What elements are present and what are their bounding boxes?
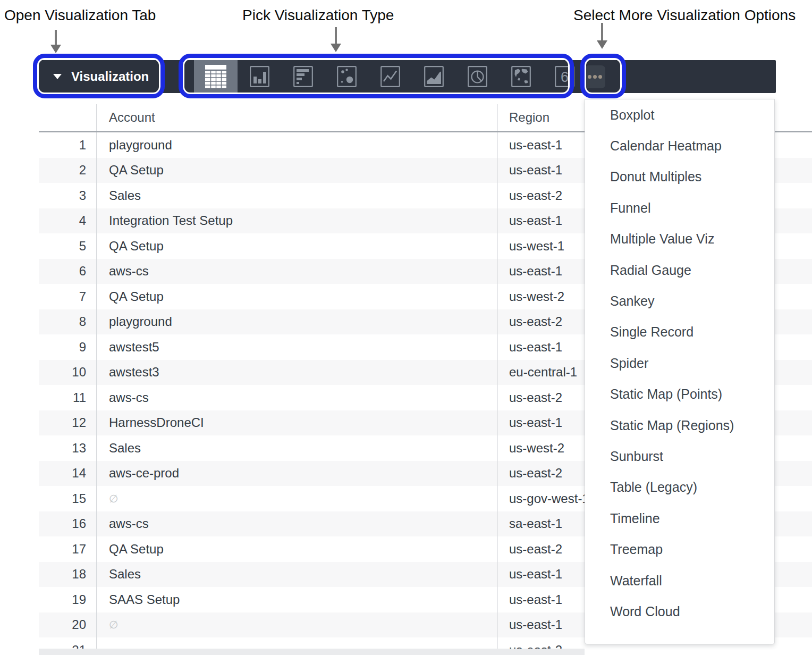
account-cell[interactable]: awstest3	[97, 360, 498, 385]
svg-text:6: 6	[560, 69, 568, 85]
row-number-column-header	[39, 104, 97, 131]
menu-item-waterfall[interactable]: Waterfall	[585, 565, 774, 596]
row-number-cell: 11	[39, 385, 97, 410]
single-value-viz-icon[interactable]: 6	[543, 60, 586, 93]
menu-item-timeline[interactable]: Timeline	[585, 503, 774, 534]
account-cell[interactable]: playground	[97, 309, 498, 335]
account-cell[interactable]: Sales	[97, 435, 498, 461]
row-number-cell: 9	[39, 334, 97, 360]
row-number-cell: 3	[39, 183, 97, 208]
line-chart-viz-icon[interactable]	[368, 60, 412, 93]
account-cell[interactable]: Sales	[97, 183, 498, 208]
null-value-icon: ∅	[109, 492, 118, 505]
row-number-cell: 13	[39, 435, 97, 461]
pie-chart-viz-icon[interactable]	[455, 60, 499, 93]
row-number-cell: 4	[39, 208, 97, 234]
table-viz-icon[interactable]	[194, 60, 238, 93]
map-viz-icon[interactable]	[499, 60, 543, 93]
column-header-account[interactable]: Account	[97, 104, 498, 131]
menu-item-word-cloud[interactable]: Word Cloud	[585, 596, 774, 627]
account-cell[interactable]: aws-cs	[97, 511, 498, 537]
visualization-toolbar: Visualization 6	[38, 60, 776, 93]
row-number-cell: 20	[39, 612, 97, 638]
ellipsis-icon	[588, 75, 591, 79]
annotation-pick-viz-type: Pick Visualization Type	[242, 7, 394, 24]
null-value-icon: ∅	[109, 618, 118, 631]
account-cell[interactable]: HarnessDroneCI	[97, 410, 498, 436]
menu-item-treemap[interactable]: Treemap	[585, 534, 774, 565]
ellipsis-icon	[598, 75, 602, 79]
menu-item-multiple-value-viz[interactable]: Multiple Value Viz	[585, 224, 774, 255]
row-number-cell: 18	[39, 562, 97, 587]
row-number-cell: 15	[39, 486, 97, 511]
ellipsis-icon	[593, 75, 597, 79]
row-number-cell: 8	[39, 309, 97, 335]
page: { "annotations": { "labels": [ {"text": …	[0, 0, 812, 655]
menu-item-donut-multiples[interactable]: Donut Multiples	[585, 162, 774, 192]
account-cell[interactable]: Integration Test Setup	[97, 208, 498, 234]
row-number-cell: 14	[39, 461, 97, 486]
menu-item-calendar-heatmap[interactable]: Calendar Heatmap	[585, 130, 774, 161]
account-cell[interactable]: QA Setup	[97, 536, 498, 562]
menu-item-spider[interactable]: Spider	[585, 348, 774, 379]
bar-chart-viz-icon[interactable]	[281, 60, 325, 93]
menu-item-static-map-regions[interactable]: Static Map (Regions)	[585, 410, 774, 441]
menu-item-boxplot[interactable]: Boxplot	[585, 99, 774, 130]
menu-item-radial-gauge[interactable]: Radial Gauge	[585, 255, 774, 285]
account-cell[interactable]: aws-cs	[97, 385, 498, 410]
account-cell[interactable]: Sales	[97, 562, 498, 587]
tab-visualization[interactable]: Visualization	[38, 60, 166, 93]
area-chart-viz-icon[interactable]	[412, 60, 455, 93]
viz-options-menu: BoxplotCalendar HeatmapDonut MultiplesFu…	[585, 99, 775, 644]
menu-item-single-record[interactable]: Single Record	[585, 317, 774, 348]
row-number-cell: 5	[39, 233, 97, 259]
caret-down-icon	[53, 74, 62, 79]
account-cell[interactable]: QA Setup	[97, 158, 498, 183]
account-cell[interactable]: ∅	[97, 612, 498, 638]
menu-item-sunburst[interactable]: Sunburst	[585, 441, 774, 472]
menu-item-funnel[interactable]: Funnel	[585, 192, 774, 223]
row-number-cell: 6	[39, 259, 97, 284]
account-cell[interactable]: QA Setup	[97, 233, 498, 259]
annotation-open-viz-tab: Open Visualization Tab	[4, 7, 156, 24]
tab-visualization-label: Visualization	[71, 60, 149, 93]
menu-item-static-map-points[interactable]: Static Map (Points)	[585, 379, 774, 410]
column-chart-viz-icon[interactable]	[238, 60, 281, 93]
row-number-cell: 10	[39, 360, 97, 385]
viz-type-row: 6	[194, 60, 586, 93]
row-number-cell: 19	[39, 587, 97, 612]
account-cell[interactable]: aws-ce-prod	[97, 461, 498, 486]
row-number-cell: 17	[39, 536, 97, 562]
row-number-cell: 7	[39, 284, 97, 309]
account-cell[interactable]: aws-cs	[97, 259, 498, 284]
account-cell[interactable]: playground	[97, 132, 498, 158]
row-number-cell: 12	[39, 410, 97, 436]
account-cell[interactable]: awstest5	[97, 334, 498, 360]
annotation-more-viz-options: Select More Visualization Options	[573, 7, 796, 24]
account-cell[interactable]: SAAS Setup	[97, 587, 498, 612]
account-cell[interactable]: QA Setup	[97, 284, 498, 309]
account-cell[interactable]: ∅	[97, 486, 498, 511]
more-visualization-options-button[interactable]	[585, 65, 605, 88]
horizontal-scrollbar[interactable]	[39, 649, 585, 655]
row-number-cell: 1	[39, 132, 97, 158]
menu-item-table-legacy[interactable]: Table (Legacy)	[585, 472, 774, 503]
row-number-cell: 16	[39, 511, 97, 537]
menu-item-sankey[interactable]: Sankey	[585, 285, 774, 316]
scatter-viz-icon[interactable]	[325, 60, 368, 93]
row-number-cell: 2	[39, 158, 97, 183]
